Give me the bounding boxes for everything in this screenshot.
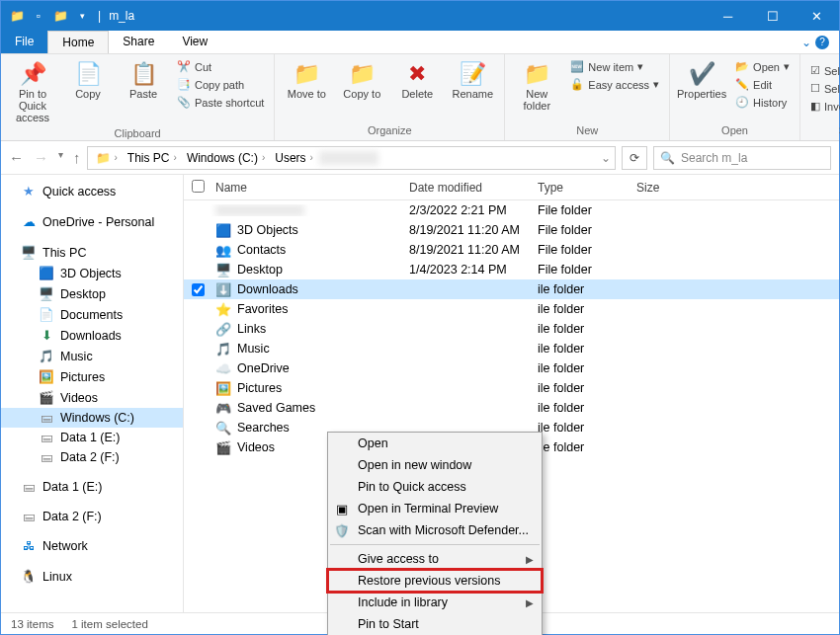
file-row[interactable]: 🟦3D Objects8/19/2021 11:20 AMFile folder [184,220,839,240]
breadcrumb[interactable]: 📁› This PC› Windows (C:)› Users› ⌄ [87,146,617,170]
tab-view[interactable]: View [168,31,221,53]
up-button[interactable]: ↑ [73,149,81,166]
edit-icon: ✏️ [735,78,749,91]
sidebar-videos[interactable]: 🎬Videos [1,387,183,408]
select-all-button[interactable]: ☑Select all [806,62,840,79]
properties-button[interactable]: ✔️Properties [676,56,727,104]
ctx-give-access-to[interactable]: Give access to▶ [328,548,542,570]
easy-access-button[interactable]: 🔓Easy access ▾ [566,76,663,93]
ctx-pin-to-quick-access[interactable]: Pin to Quick access [328,476,542,498]
new-item-button[interactable]: 🆕New item ▾ [566,58,663,75]
file-row[interactable]: 👥Contacts8/19/2021 11:20 AMFile folder [184,240,839,260]
invert-selection-button[interactable]: ◧Invert selection [806,98,840,115]
qat-chevron[interactable]: ▾ [74,8,90,24]
sidebar-drive-f[interactable]: 🖴Data 2 (F:) [1,507,183,526]
open-icon: 📂 [735,60,749,73]
paste-shortcut-button[interactable]: 📎Paste shortcut [173,94,268,111]
refresh-button[interactable]: ⟳ [622,146,647,170]
ctx-open[interactable]: Open [328,433,542,454]
tab-share[interactable]: Share [109,31,168,53]
chevron-right-icon: ▶ [526,554,534,565]
selectnone-icon: ☐ [810,82,820,95]
file-row[interactable]: ⭐Favoritesile folder [184,299,839,319]
file-name: Saved Games [237,401,315,415]
edit-button[interactable]: ✏️Edit [731,76,794,93]
ribbon-collapse[interactable]: ⌄? [792,31,839,53]
tab-home[interactable]: Home [47,31,109,53]
back-button[interactable]: ← [9,149,24,166]
file-row[interactable]: 🎮Saved Gamesile folder [184,398,839,418]
crumb-thispc[interactable]: This PC› [124,151,181,165]
ctx-scan-with-microsoft-defender-[interactable]: 🛡️Scan with Microsoft Defender... [328,519,542,541]
file-row[interactable]: ☁️OneDriveile folder [184,358,839,378]
ctx-include-in-library[interactable]: Include in library▶ [328,592,542,613]
col-type[interactable]: Type [530,181,629,195]
sidebar-drive-e[interactable]: 🖴Data 1 (E:) [1,477,183,497]
copy-button[interactable]: 📄Copy [62,56,114,104]
new-folder-button[interactable]: 📁New folder [511,56,562,116]
sidebar-windows-c[interactable]: 🖴Windows (C:) [1,408,183,428]
recent-button[interactable]: ▾ [58,149,63,166]
sidebar-data1[interactable]: 🖴Data 1 (E:) [1,428,183,447]
address-dropdown[interactable]: ⌄ [601,151,611,165]
tab-file[interactable]: File [1,31,47,53]
close-button[interactable]: ✕ [795,1,839,31]
move-to-button[interactable]: 📁Move to [281,56,332,104]
file-row[interactable]: 🖼️Picturesile folder [184,378,839,398]
select-none-button[interactable]: ☐Select none [806,80,840,97]
crumb-user[interactable] [319,151,378,165]
sidebar-linux[interactable]: 🐧Linux [1,566,183,587]
copy-to-button[interactable]: 📁Copy to [336,56,387,104]
nav-sidebar: ★Quick access ☁OneDrive - Personal 🖥️Thi… [1,175,184,612]
crumb-c[interactable]: Windows (C:)› [183,151,269,165]
open-button[interactable]: 📂Open ▾ [731,58,794,75]
col-checkbox[interactable] [184,180,208,196]
sidebar-3d[interactable]: 🟦3D Objects [1,263,183,283]
ctx-pin-to-start[interactable]: Pin to Start [328,613,542,635]
sidebar-onedrive[interactable]: ☁OneDrive - Personal [1,211,183,232]
maximize-button[interactable]: ☐ [750,1,795,31]
sidebar-downloads[interactable]: ⬇Downloads [1,325,183,346]
file-row[interactable]: 2/3/2022 2:21 PMFile folder [184,200,839,220]
rename-button[interactable]: 📝Rename [447,56,498,104]
pin-quick-access-button[interactable]: 📌Pin to Quick access [7,56,58,127]
forward-button[interactable]: → [34,149,48,166]
file-row[interactable]: ⬇️Downloadsile folder [184,279,839,299]
cut-button[interactable]: ✂️Cut [173,58,268,75]
file-row[interactable]: 🔗Linksile folder [184,319,839,339]
scissors-icon: ✂️ [177,60,191,73]
ctx-label: Include in library [358,595,448,609]
paste-button[interactable]: 📋Paste [118,56,169,104]
file-name: Favorites [237,302,288,316]
invert-icon: ◧ [810,100,820,113]
sidebar-desktop[interactable]: 🖥️Desktop [1,283,183,304]
sidebar-data2[interactable]: 🖴Data 2 (F:) [1,447,183,467]
ctx-restore-previous-versions[interactable]: Restore previous versions [328,570,542,592]
qat-props-icon[interactable]: ▫ [31,8,46,24]
folder-icon: 🟦 [215,222,231,238]
search-input[interactable]: 🔍 Search m_la [653,146,831,170]
col-date[interactable]: Date modified [401,181,530,195]
col-name[interactable]: Name [208,181,401,195]
history-button[interactable]: 🕘History [731,94,794,111]
crumb-users[interactable]: Users› [271,151,317,165]
file-type: File folder [530,223,629,237]
sidebar-documents[interactable]: 📄Documents [1,304,183,325]
file-name: 3D Objects [237,223,298,237]
sidebar-network[interactable]: 🖧Network [1,536,183,556]
sidebar-music[interactable]: 🎵Music [1,346,183,366]
sidebar-pictures[interactable]: 🖼️Pictures [1,366,183,387]
file-name: OneDrive [237,361,290,375]
minimize-button[interactable]: ─ [706,1,750,31]
sidebar-thispc[interactable]: 🖥️This PC [1,242,183,263]
col-size[interactable]: Size [629,181,708,195]
sidebar-quick-access[interactable]: ★Quick access [1,181,183,201]
ctx-open-in-new-window[interactable]: Open in new window [328,454,542,476]
copy-path-button[interactable]: 📑Copy path [173,76,268,93]
file-row[interactable]: 🎵Musicile folder [184,339,839,358]
ctx-open-in-terminal-preview[interactable]: ▣Open in Terminal Preview [328,498,542,519]
file-row[interactable]: 🖥️Desktop1/4/2023 2:14 PMFile folder [184,260,839,279]
qat-new-icon[interactable]: 📁 [52,8,68,24]
delete-button[interactable]: ✖Delete [391,56,443,104]
file-type: ile folder [530,302,629,316]
